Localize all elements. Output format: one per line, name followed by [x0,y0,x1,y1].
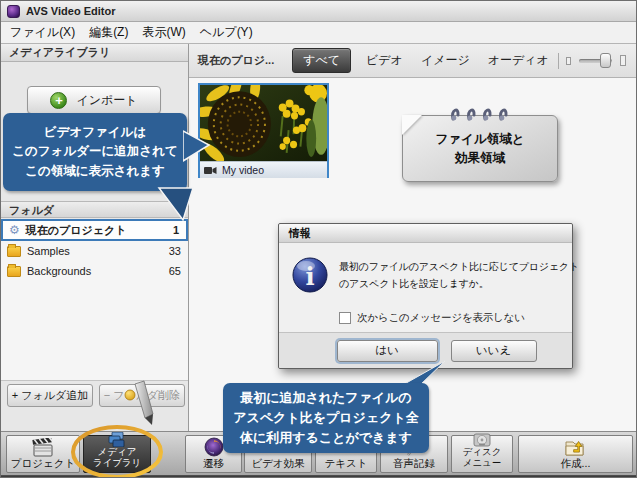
sunflower-thumbnail-image [200,85,327,161]
media-library-button[interactable]: メディア ライブラリ [83,435,151,473]
library-panel-title: メディアライブラリ [1,44,188,62]
yes-button-label: はい [375,343,399,358]
media-panel-header: 現在のプロジ... すべて ビデオ イメージ オーディオ [189,44,636,78]
disc-menu-label-line2: メニュー [463,458,502,469]
folder-row-backgrounds[interactable]: Backgrounds 65 [1,261,188,281]
transition-swirl-icon [204,437,224,457]
zoom-out-icon[interactable] [566,57,571,65]
library-callout-line1: ビデオファイルは [3,123,187,142]
add-folder-button[interactable]: + フォルダ追加 [7,384,93,407]
remove-folder-label: − フォルダ削除 [104,388,181,403]
current-project-label: 現在のプロジ... [198,53,274,68]
library-callout: ビデオファイルは このフォルダーに追加されて この領域に表示されます [3,113,187,191]
clapperboard-icon [31,438,55,457]
library-callout-line3: この領域に表示されます [3,162,187,181]
dialog-checkbox-row: 次からこのメッセージを表示しない [339,311,525,325]
import-button[interactable]: + インポート [27,86,161,114]
app-window: AVS Video Editor ファイル(X) 編集(Z) 表示(W) ヘルプ… [0,0,637,478]
import-button-label: インポート [76,92,137,109]
app-logo-icon [7,5,20,18]
thumbnail-title: My video [222,164,264,176]
project-button[interactable]: プロジェクト [6,435,80,473]
menu-help[interactable]: ヘルプ(Y) [200,24,253,41]
info-icon: i [292,257,328,293]
zoom-in-icon[interactable] [620,55,626,66]
project-button-label: プロジェクト [11,457,75,469]
text-button-label: テキスト [325,457,368,469]
transitions-button-label: 遷移 [203,457,224,469]
aspect-callout-line2: アスペクト比をプロジェクト全 [223,408,429,428]
folder-list: ⚙ 現在のプロジェクト 1 Samples 33 Backgrounds 65 [1,219,188,381]
disc-menu-button[interactable]: ディスク メニュー [451,435,513,473]
menu-file[interactable]: ファイル(X) [10,24,75,41]
menu-bar: ファイル(X) 編集(Z) 表示(W) ヘルプ(Y) [1,22,636,44]
yes-button[interactable]: はい [337,340,438,362]
window-title: AVS Video Editor [26,5,115,17]
dialog-body: i 最初のファイルのアスペクト比に応じてプロジェクト のアスペクト比を設定します… [279,243,572,334]
dialog-message: 最初のファイルのアスペクト比に応じてプロジェクト のアスペクト比を設定しますか。 [339,258,579,292]
dialog-title: 情報 [279,224,572,243]
tab-image[interactable]: イメージ [421,52,470,69]
create-button[interactable]: 作成... [518,435,633,473]
thumbnail-zoom-slider[interactable] [579,59,612,63]
import-plus-icon: + [50,92,67,109]
dialog-message-line2: のアスペクト比を設定しますか。 [339,275,579,292]
library-callout-tail-down [147,187,197,223]
tab-video[interactable]: ビデオ [366,52,403,69]
folder-name: Backgrounds [27,265,169,277]
no-button[interactable]: いいえ [451,340,537,362]
note-text-line1: ファイル領域と [436,130,525,148]
create-output-icon [564,438,588,457]
dialog-message-line1: 最初のファイルのアスペクト比に応じてプロジェクト [339,258,579,275]
media-library-panel: メディアライブラリ + インポート フォルダ ⚙ 現在のプロジェクト 1 Sam… [1,44,189,431]
tab-audio[interactable]: オーディオ [488,52,549,69]
media-library-label-line2: ライブラリ [93,458,142,469]
file-area-note: ファイル領域と 効果領域 [402,115,558,182]
library-callout-line2: このフォルダーに追加されて [3,142,187,161]
info-dialog: 情報 i 最初のファイルのアスペクト比に応じてプロジェクト のアスペクト比を設定… [278,223,573,369]
note-folded-corner [402,115,422,135]
menu-view[interactable]: 表示(W) [142,24,185,41]
folder-icon [7,246,21,257]
library-callout-tail-right [183,129,213,163]
folder-icon [7,266,21,277]
project-gear-icon: ⚙ [9,224,20,236]
video-effects-button-label: ビデオ効果 [251,457,304,469]
remove-folder-button[interactable]: − フォルダ削除 [99,384,185,407]
folder-name: 現在のプロジェクト [26,223,173,238]
media-library-icon [107,432,127,447]
disc-menu-icon [473,433,491,447]
thumbnail-caption-bar: My video [200,161,327,178]
dont-show-again-checkbox[interactable] [339,312,351,324]
folder-row-samples[interactable]: Samples 33 [1,241,188,261]
video-camera-icon [204,166,217,175]
title-bar: AVS Video Editor [1,1,636,22]
aspect-callout-line1: 最初に追加されたファイルの [223,388,429,408]
folder-count: 33 [169,245,181,257]
voice-recording-button-label: 音声記録 [393,457,435,469]
no-button-label: いいえ [476,343,511,358]
dont-show-again-label: 次からこのメッセージを表示しない [357,311,525,325]
note-spiral-rings-icon [449,103,511,121]
svg-text:i: i [305,262,314,291]
folder-count: 1 [173,224,179,236]
folder-count: 65 [169,265,181,277]
tab-all[interactable]: すべて [292,48,351,73]
add-folder-label: + フォルダ追加 [12,388,89,403]
aspect-callout-line3: 体に利用することができます [223,428,429,448]
aspect-ratio-callout: 最初に追加されたファイルの アスペクト比をプロジェクト全 体に利用することができ… [223,383,429,453]
folder-name: Samples [27,245,169,257]
media-thumbnail-my-video[interactable]: My video [198,83,329,178]
menu-edit[interactable]: 編集(Z) [89,24,128,41]
window-bottom-edge [1,475,636,478]
note-text-line2: 効果領域 [455,149,505,167]
zoom-slider-handle[interactable] [600,53,611,68]
create-button-label: 作成... [561,457,591,469]
